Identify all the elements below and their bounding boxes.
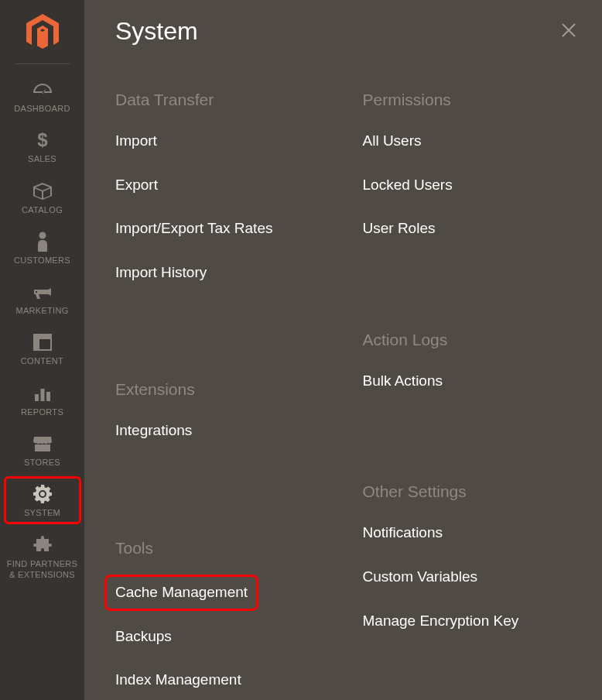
svg-rect-6 — [40, 389, 44, 401]
menu-export[interactable]: Export — [115, 175, 158, 196]
nav-label: REPORTS — [21, 407, 63, 417]
person-icon — [36, 231, 49, 252]
gauge-icon — [32, 79, 53, 101]
close-button[interactable] — [560, 22, 577, 42]
nav-label: SALES — [28, 153, 56, 164]
svg-rect-4 — [34, 339, 39, 350]
svg-text:$: $ — [37, 130, 48, 150]
nav-customers[interactable]: CUSTOMERS — [0, 222, 84, 273]
section-heading-action-logs: Action Logs — [363, 331, 580, 349]
menu-cache-management[interactable]: Cache Management — [104, 575, 258, 611]
section-heading-data-transfer: Data Transfer — [115, 91, 332, 109]
nav-catalog[interactable]: CATALOG — [0, 172, 84, 222]
svg-point-1 — [39, 232, 46, 238]
dollar-icon: $ — [36, 129, 49, 151]
panel-title: System — [115, 17, 579, 46]
menu-import-export-tax-rates[interactable]: Import/Export Tax Rates — [115, 218, 272, 239]
section-heading-tools: Tools — [115, 539, 332, 558]
menu-bulk-actions[interactable]: Bulk Actions — [363, 371, 443, 392]
menu-all-users[interactable]: All Users — [363, 131, 422, 152]
nav-label: CUSTOMERS — [14, 255, 70, 266]
panel-columns: Data Transfer Import Export Import/Expor… — [115, 91, 579, 700]
menu-import[interactable]: Import — [115, 131, 157, 152]
menu-import-history[interactable]: Import History — [115, 262, 207, 283]
system-flyout-panel: System Data Transfer Import Export Impor… — [84, 0, 602, 700]
megaphone-icon — [32, 281, 53, 303]
nav-label: SYSTEM — [24, 507, 60, 518]
section-heading-other-settings: Other Settings — [363, 482, 580, 501]
nav-label: MARKETING — [15, 305, 68, 316]
nav-marketing[interactable]: MARKETING — [0, 273, 84, 323]
box-icon — [32, 180, 53, 202]
nav-dashboard[interactable]: DASHBOARD — [0, 70, 84, 121]
nav-system[interactable]: SYSTEM — [0, 475, 84, 525]
gear-icon — [32, 483, 53, 505]
nav-find-partners[interactable]: FIND PARTNERS & EXTENSIONS — [0, 526, 84, 588]
menu-manage-encryption-key[interactable]: Manage Encryption Key — [363, 611, 519, 632]
nav-reports[interactable]: REPORTS — [0, 374, 84, 424]
nav-content[interactable]: CONTENT — [0, 323, 84, 373]
svg-rect-3 — [34, 335, 51, 339]
nav-label: CATALOG — [22, 204, 63, 215]
menu-user-roles[interactable]: User Roles — [363, 218, 436, 239]
panel-column-right: Permissions All Users Locked Users User … — [363, 91, 580, 700]
section-heading-permissions: Permissions — [363, 91, 580, 109]
bars-icon — [34, 383, 51, 404]
sidebar-divider — [15, 63, 70, 64]
close-icon — [560, 22, 577, 39]
panel-column-left: Data Transfer Import Export Import/Expor… — [115, 91, 332, 700]
nav-stores[interactable]: STORES — [0, 424, 84, 475]
svg-rect-5 — [35, 394, 39, 401]
menu-backups[interactable]: Backups — [115, 626, 172, 647]
nav-sales[interactable]: $ SALES — [0, 121, 84, 171]
nav-label: DASHBOARD — [14, 103, 70, 114]
layout-icon — [33, 331, 52, 353]
nav-label: CONTENT — [21, 355, 63, 366]
menu-custom-variables[interactable]: Custom Variables — [363, 567, 478, 588]
storefront-icon — [32, 433, 53, 455]
section-heading-extensions: Extensions — [115, 380, 332, 399]
logo[interactable] — [26, 0, 59, 60]
menu-integrations[interactable]: Integrations — [115, 420, 192, 441]
puzzle-icon — [33, 534, 52, 556]
menu-notifications[interactable]: Notifications — [363, 523, 443, 544]
menu-index-management[interactable]: Index Management — [115, 670, 241, 691]
nav-label: FIND PARTNERS & EXTENSIONS — [7, 558, 78, 581]
nav-label: STORES — [24, 457, 60, 468]
magento-logo-icon — [26, 14, 59, 51]
svg-rect-7 — [46, 392, 50, 401]
sidebar: DASHBOARD $ SALES CATALOG CUSTOMERS MARK… — [0, 0, 84, 700]
menu-locked-users[interactable]: Locked Users — [363, 175, 453, 196]
